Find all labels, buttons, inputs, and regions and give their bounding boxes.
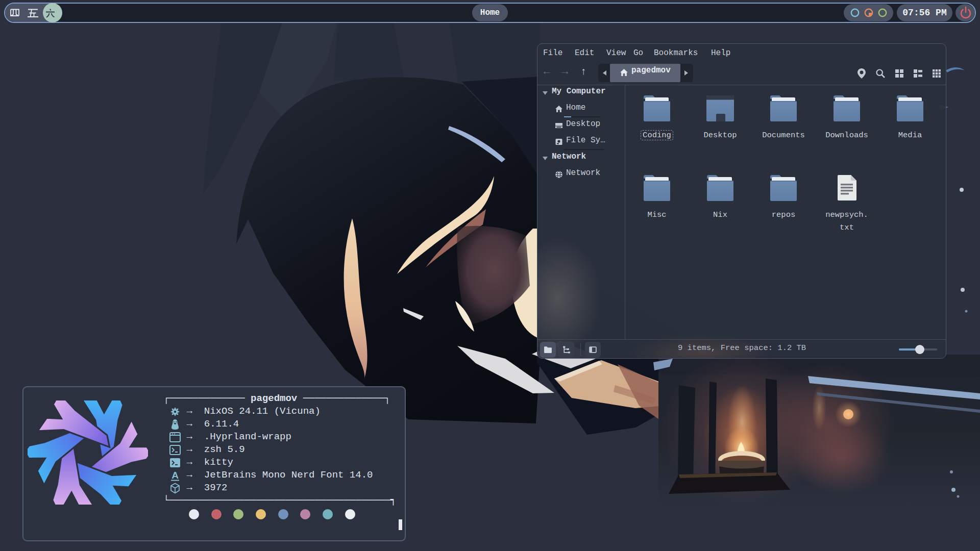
svg-text:A: A bbox=[172, 470, 179, 481]
